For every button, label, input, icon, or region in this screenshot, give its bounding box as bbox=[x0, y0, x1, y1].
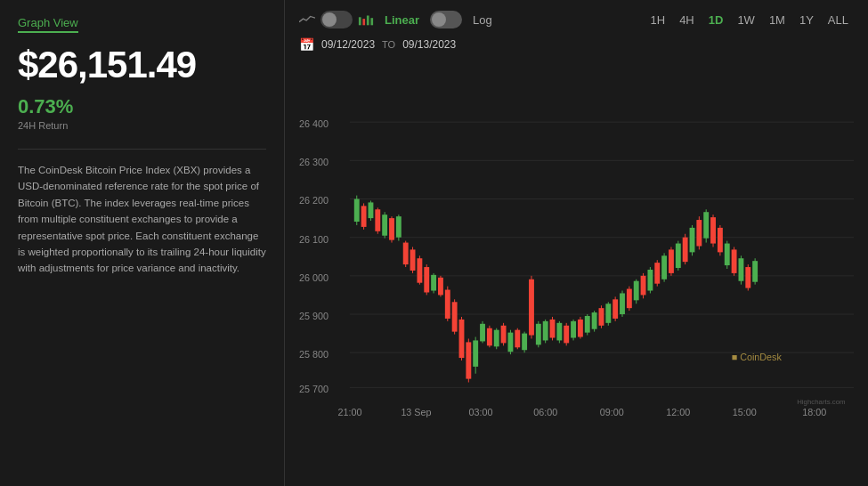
svg-rect-115 bbox=[654, 263, 660, 284]
chart-area: 26 400 26 300 26 200 26 100 26 000 25 90… bbox=[299, 59, 854, 479]
svg-rect-119 bbox=[669, 249, 674, 272]
candlestick-chart: 26 400 26 300 26 200 26 100 26 000 25 90… bbox=[299, 59, 854, 479]
svg-rect-113 bbox=[647, 270, 653, 291]
chart-type-icons bbox=[299, 11, 374, 28]
svg-rect-83 bbox=[543, 321, 548, 341]
svg-rect-93 bbox=[578, 320, 583, 337]
svg-rect-43 bbox=[403, 243, 409, 265]
time-btn-1d[interactable]: 1D bbox=[703, 12, 729, 28]
svg-text:26 200: 26 200 bbox=[299, 195, 329, 206]
svg-text:21:00: 21:00 bbox=[337, 407, 361, 417]
return-label: 24H Return bbox=[18, 120, 266, 131]
svg-text:15:00: 15:00 bbox=[733, 407, 757, 417]
svg-rect-47 bbox=[417, 258, 422, 282]
svg-rect-135 bbox=[725, 244, 730, 266]
svg-text:12:00: 12:00 bbox=[666, 407, 690, 417]
svg-rect-35 bbox=[375, 209, 380, 231]
svg-rect-127 bbox=[696, 220, 702, 246]
svg-text:09:00: 09:00 bbox=[600, 407, 624, 417]
svg-rect-37 bbox=[382, 215, 387, 236]
svg-rect-125 bbox=[690, 228, 695, 252]
bar-chart-icon[interactable] bbox=[358, 13, 374, 26]
date-from: 09/12/2023 bbox=[321, 38, 375, 51]
linear-label: Linear bbox=[385, 13, 419, 27]
svg-rect-89 bbox=[564, 326, 569, 344]
calendar-icon: 📅 bbox=[299, 37, 314, 52]
svg-rect-65 bbox=[480, 324, 485, 342]
svg-rect-67 bbox=[487, 328, 492, 346]
svg-text:25 800: 25 800 bbox=[299, 349, 329, 360]
svg-text:25 900: 25 900 bbox=[299, 311, 329, 321]
svg-rect-123 bbox=[683, 238, 688, 262]
svg-rect-137 bbox=[732, 249, 737, 272]
svg-rect-103 bbox=[612, 299, 618, 319]
svg-rect-97 bbox=[592, 312, 597, 329]
svg-rect-31 bbox=[361, 206, 367, 227]
svg-rect-131 bbox=[710, 217, 716, 243]
svg-text:26 300: 26 300 bbox=[299, 157, 329, 167]
svg-rect-41 bbox=[396, 216, 402, 238]
svg-rect-51 bbox=[431, 275, 436, 291]
svg-text:■ CoinDesk: ■ CoinDesk bbox=[732, 352, 783, 362]
line-chart-icon[interactable] bbox=[299, 13, 315, 26]
time-btn-1y[interactable]: 1Y bbox=[794, 12, 819, 28]
svg-rect-39 bbox=[389, 218, 394, 240]
return-pct: 0.73% bbox=[18, 95, 266, 118]
svg-rect-0 bbox=[359, 17, 361, 25]
toggle-knob bbox=[322, 12, 337, 27]
svg-text:18:00: 18:00 bbox=[802, 407, 826, 417]
svg-rect-75 bbox=[515, 330, 520, 348]
svg-rect-61 bbox=[466, 342, 471, 378]
time-btn-4h[interactable]: 4H bbox=[674, 12, 700, 28]
time-buttons: 1H 4H 1D 1W 1M 1Y ALL bbox=[645, 12, 854, 28]
time-btn-1m[interactable]: 1M bbox=[764, 12, 791, 28]
svg-rect-143 bbox=[752, 261, 758, 282]
svg-rect-2 bbox=[367, 16, 369, 26]
svg-rect-77 bbox=[522, 334, 527, 351]
time-btn-1w[interactable]: 1W bbox=[732, 12, 760, 28]
svg-text:03:00: 03:00 bbox=[469, 407, 493, 417]
svg-rect-87 bbox=[556, 323, 562, 341]
time-btn-1h[interactable]: 1H bbox=[645, 12, 671, 28]
description-text: The CoinDesk Bitcoin Price Index (XBX) p… bbox=[18, 162, 266, 277]
svg-rect-79 bbox=[529, 279, 534, 336]
svg-text:13 Sep: 13 Sep bbox=[401, 407, 431, 417]
svg-rect-99 bbox=[599, 308, 604, 326]
svg-rect-91 bbox=[571, 321, 576, 338]
graph-view-title: Graph View bbox=[18, 16, 78, 33]
svg-rect-63 bbox=[473, 340, 478, 366]
svg-rect-33 bbox=[369, 202, 374, 218]
svg-rect-45 bbox=[410, 249, 416, 271]
left-panel: Graph View $26,151.49 0.73% 24H Return T… bbox=[0, 0, 285, 486]
log-toggle-knob bbox=[432, 12, 446, 27]
svg-rect-69 bbox=[494, 330, 499, 347]
date-end: 09/13/2023 bbox=[402, 38, 456, 51]
svg-rect-85 bbox=[550, 320, 556, 338]
svg-rect-133 bbox=[718, 228, 723, 252]
svg-rect-53 bbox=[438, 278, 443, 296]
svg-text:26 100: 26 100 bbox=[299, 234, 329, 245]
svg-rect-105 bbox=[620, 293, 625, 314]
svg-text:Highcharts.com: Highcharts.com bbox=[797, 398, 845, 406]
svg-rect-95 bbox=[585, 316, 590, 333]
svg-rect-117 bbox=[661, 255, 667, 279]
date-row: 📅 09/12/2023 TO 09/13/2023 bbox=[299, 37, 854, 52]
svg-rect-57 bbox=[452, 302, 458, 331]
svg-rect-1 bbox=[362, 19, 365, 25]
svg-rect-81 bbox=[536, 324, 541, 345]
svg-rect-109 bbox=[634, 281, 639, 301]
svg-text:06:00: 06:00 bbox=[533, 407, 557, 417]
controls-row: Linear Log 1H 4H 1D 1W 1M 1Y ALL bbox=[299, 11, 854, 28]
svg-rect-73 bbox=[507, 333, 513, 352]
log-toggle[interactable] bbox=[430, 11, 462, 28]
time-btn-all[interactable]: ALL bbox=[823, 12, 854, 28]
svg-rect-129 bbox=[703, 212, 709, 238]
svg-text:26 400: 26 400 bbox=[299, 118, 329, 129]
svg-rect-3 bbox=[370, 18, 373, 25]
svg-rect-141 bbox=[745, 267, 750, 288]
chart-toggle[interactable] bbox=[320, 11, 353, 28]
svg-rect-71 bbox=[501, 326, 507, 344]
svg-rect-101 bbox=[605, 304, 611, 323]
svg-text:25 700: 25 700 bbox=[299, 384, 329, 394]
right-panel: Linear Log 1H 4H 1D 1W 1M 1Y ALL 📅 09/12… bbox=[285, 0, 868, 486]
